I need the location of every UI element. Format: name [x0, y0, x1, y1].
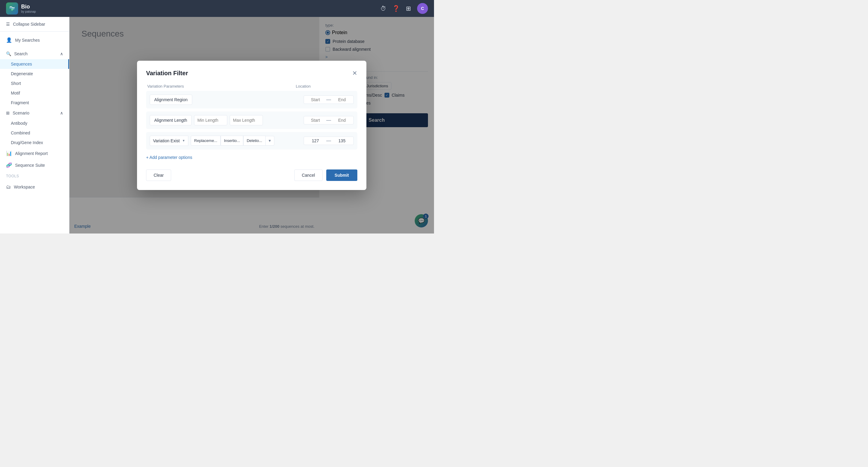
- grid-icon[interactable]: ⊞: [406, 5, 411, 12]
- sidebar-item-fragment[interactable]: Fragment: [0, 98, 69, 108]
- sidebar-item-my-searches[interactable]: 👤 My Searches: [0, 34, 69, 46]
- scenario-group-icon: ⊞: [6, 111, 10, 115]
- sidebar-section-top: 👤 My Searches: [0, 32, 69, 48]
- sidebar-scenario-group[interactable]: ⊞ Scenario ∧: [0, 108, 69, 118]
- drug-gene-label: Drug/Gene Index: [11, 140, 43, 145]
- sequence-suite-icon: 🧬: [6, 162, 12, 168]
- sidebar-item-short[interactable]: Short: [0, 79, 69, 88]
- header-icons: ⏱ ❓ ⊞ C: [380, 3, 428, 14]
- range-dash-2: —: [326, 117, 331, 123]
- main-layout: ☰ Collapse Sidebar 👤 My Searches 🔍 Searc…: [0, 17, 434, 233]
- alignment-report-label: Alignment Report: [15, 151, 48, 156]
- svg-point-0: [11, 9, 13, 10]
- tools-section-label: Tools: [0, 171, 69, 181]
- alignment-region-button[interactable]: Alignment Region: [150, 94, 192, 105]
- sidebar-item-sequences[interactable]: Sequences: [0, 59, 69, 69]
- sequences-label: Sequences: [11, 62, 32, 66]
- workspace-label: Workspace: [14, 184, 35, 189]
- range-dash-3: —: [326, 138, 331, 144]
- variation-select-wrapper: Variation Exist ▼: [150, 136, 188, 146]
- logo-text: Bio by patsnap: [21, 4, 36, 13]
- workspace-icon: 🗂: [6, 184, 11, 190]
- short-label: Short: [11, 81, 21, 86]
- footer-right-buttons: Cancel Submit: [294, 170, 357, 181]
- cancel-button[interactable]: Cancel: [294, 170, 322, 181]
- sidebar: ☰ Collapse Sidebar 👤 My Searches 🔍 Searc…: [0, 17, 69, 233]
- modal-header: Variation Filter ✕: [146, 70, 357, 77]
- add-parameter-button[interactable]: + Add parameter options: [146, 152, 192, 162]
- alignment-length-button[interactable]: Alignment Length: [150, 115, 192, 125]
- variation-start-input[interactable]: [306, 138, 324, 143]
- collapse-label: Collapse Sidebar: [13, 22, 45, 27]
- alignment-length-row: Alignment Length —: [146, 112, 357, 129]
- alignment-report-icon: 📊: [6, 150, 12, 156]
- alignment-region-start[interactable]: [306, 97, 324, 102]
- motif-label: Motif: [11, 91, 20, 95]
- sequence-suite-label: Sequence Suite: [15, 163, 45, 168]
- variation-select-arrow: ▼: [182, 139, 185, 142]
- variation-type-dropdown[interactable]: ▼: [266, 136, 274, 146]
- clear-button[interactable]: Clear: [146, 170, 171, 181]
- alignment-length-start[interactable]: [306, 118, 324, 123]
- search-group-label: Search: [14, 51, 28, 56]
- sidebar-item-alignment-report[interactable]: 📊 Alignment Report: [0, 147, 69, 159]
- timer-icon[interactable]: ⏱: [380, 5, 386, 12]
- collapse-sidebar-button[interactable]: ☰ Collapse Sidebar: [0, 17, 69, 32]
- location-header: Location: [296, 84, 356, 88]
- scenario-group-chevron: ∧: [60, 111, 63, 115]
- variation-end-input[interactable]: [333, 138, 351, 143]
- modal-close-button[interactable]: ✕: [352, 70, 357, 76]
- degenerate-label: Degenerate: [11, 71, 33, 76]
- antibody-label: Antibody: [11, 121, 27, 126]
- search-group-chevron: ∧: [60, 51, 63, 56]
- sidebar-my-searches-label: My Searches: [15, 38, 40, 42]
- logo-bio: Bio: [21, 4, 36, 10]
- variation-exist-button[interactable]: Variation Exist ▼: [150, 136, 188, 146]
- sidebar-item-antibody[interactable]: Antibody: [0, 118, 69, 128]
- insertion-button[interactable]: Insertio...: [221, 136, 243, 146]
- alignment-region-range: —: [304, 95, 354, 104]
- variation-filter-modal: Variation Filter ✕ Variation Parameters …: [137, 61, 366, 190]
- alignment-length-range: —: [304, 116, 354, 124]
- variation-exist-label: Variation Exist: [153, 138, 180, 143]
- sidebar-item-motif[interactable]: Motif: [0, 88, 69, 98]
- search-group-icon: 🔍: [6, 51, 11, 56]
- variation-exist-row: Variation Exist ▼ Replaceme... Insertio.…: [146, 132, 357, 149]
- variation-range: —: [304, 137, 354, 145]
- logo-area: Bio by patsnap: [6, 2, 36, 14]
- scenario-group-label: Scenario: [13, 111, 29, 115]
- max-length-input[interactable]: [230, 115, 263, 125]
- sidebar-item-workspace[interactable]: 🗂 Workspace: [0, 181, 69, 193]
- top-header: Bio by patsnap ⏱ ❓ ⊞ C: [0, 0, 434, 17]
- logo-byline: by patsnap: [21, 10, 36, 13]
- modal-title: Variation Filter: [146, 70, 188, 77]
- alignment-length-end[interactable]: [333, 118, 351, 123]
- modal-footer: Clear Cancel Submit: [146, 170, 357, 181]
- variation-type-group: Replaceme... Insertio... Deletio... ▼: [191, 136, 274, 146]
- min-length-input[interactable]: [194, 115, 227, 125]
- help-icon[interactable]: ❓: [392, 5, 400, 12]
- range-dash-1: —: [326, 97, 331, 103]
- content-area: Sequences type: Protein Protein database…: [69, 17, 434, 233]
- my-searches-icon: 👤: [6, 37, 12, 43]
- submit-button[interactable]: Submit: [326, 170, 357, 181]
- sidebar-item-degenerate[interactable]: Degenerate: [0, 69, 69, 79]
- sidebar-search-group[interactable]: 🔍 Search ∧: [0, 48, 69, 59]
- logo-icon: [6, 2, 18, 14]
- alignment-region-end[interactable]: [333, 97, 351, 102]
- replacement-button[interactable]: Replaceme...: [191, 136, 221, 146]
- variation-params-header: Variation Parameters: [147, 84, 296, 88]
- avatar[interactable]: C: [417, 3, 428, 14]
- collapse-icon: ☰: [6, 22, 10, 27]
- modal-column-headers: Variation Parameters Location: [146, 84, 357, 88]
- modal-overlay: Variation Filter ✕ Variation Parameters …: [69, 17, 434, 233]
- fragment-label: Fragment: [11, 100, 29, 105]
- sidebar-item-drug-gene[interactable]: Drug/Gene Index: [0, 138, 69, 147]
- deletion-button[interactable]: Deletio...: [243, 136, 265, 146]
- combined-label: Combined: [11, 130, 30, 135]
- sidebar-item-combined[interactable]: Combined: [0, 128, 69, 138]
- sidebar-item-sequence-suite[interactable]: 🧬 Sequence Suite: [0, 159, 69, 171]
- alignment-region-row: Alignment Region —: [146, 91, 357, 109]
